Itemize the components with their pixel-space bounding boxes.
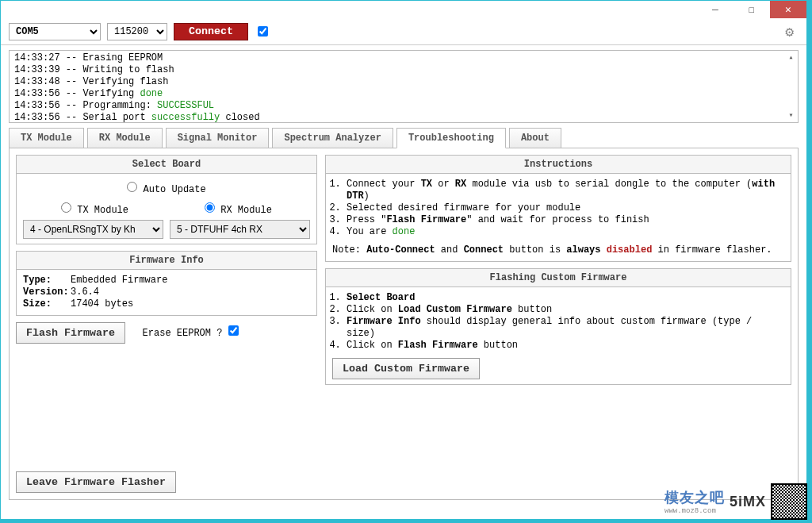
log-area: 14:33:27 -- Erasing EEPROM 14:33:39 -- W… <box>9 50 799 123</box>
port-select[interactable]: COM5 <box>9 23 101 40</box>
erase-eeprom-checkbox[interactable] <box>228 325 239 336</box>
qr-code-icon <box>771 483 807 520</box>
auto-update-radio[interactable]: Auto Update <box>127 184 205 195</box>
tab-tx-module[interactable]: TX Module <box>9 128 84 148</box>
tx-module-radio[interactable]: TX Module <box>61 202 128 217</box>
fw-size-label: Size: <box>23 298 71 310</box>
maximize-button[interactable]: ☐ <box>733 1 770 18</box>
tx-board-select[interactable]: 4 - OpenLRSngTX by Kh <box>23 220 163 239</box>
content-pane: Select Board Auto Update TX Module <box>9 148 799 500</box>
close-button[interactable]: ✕ <box>770 1 806 18</box>
gear-icon[interactable]: ⚙ <box>785 23 794 40</box>
custom-firmware-panel: Flashing Custom Firmware Select Board Cl… <box>325 268 791 385</box>
custom-firmware-title: Flashing Custom Firmware <box>326 269 791 287</box>
instructions-step-3: Press "Flash Firmware" and wait for proc… <box>347 214 784 226</box>
custom-step-2: Click on Load Custom Firmware button <box>347 304 784 316</box>
instructions-step-1: Connect your TX or RX module via usb to … <box>347 179 784 202</box>
fw-type-label: Type: <box>23 275 71 286</box>
flash-row: Flash Firmware Erase EEPROM ? <box>16 322 317 344</box>
toolbar: COM5 115200 Connect ⚙ <box>1 18 806 45</box>
baud-select[interactable]: 115200 <box>107 23 167 40</box>
app-window: — ☐ ✕ COM5 115200 Connect ⚙ 14:33:27 -- … <box>0 0 807 520</box>
custom-step-4: Click on Flash Firmware button <box>347 340 784 352</box>
watermark-brand: 模友之吧 <box>665 488 725 507</box>
auto-connect-checkbox[interactable] <box>258 26 268 37</box>
titlebar: — ☐ ✕ <box>1 1 806 18</box>
select-board-title: Select Board <box>17 156 316 174</box>
rx-board-select[interactable]: 5 - DTFUHF 4ch RX <box>170 220 310 239</box>
flash-firmware-button[interactable]: Flash Firmware <box>16 322 125 344</box>
tab-about[interactable]: About <box>509 128 561 148</box>
tab-bar: TX Module RX Module Signal Monitor Spect… <box>9 128 799 148</box>
fw-size-value: 17404 bytes <box>71 298 133 310</box>
instructions-step-2: Selected desired firmware for your modul… <box>347 202 784 214</box>
tab-rx-module[interactable]: RX Module <box>87 128 163 148</box>
connect-button[interactable]: Connect <box>174 23 248 40</box>
tab-signal-monitor[interactable]: Signal Monitor <box>166 128 270 148</box>
fw-type-value: Embedded Firmware <box>71 275 167 286</box>
fw-version-label: Version: <box>23 286 71 298</box>
watermark: 模友之吧 www.moz8.com 5iMX <box>665 483 807 520</box>
leave-firmware-flasher-button[interactable]: Leave Firmware Flasher <box>16 471 176 493</box>
rx-module-radio[interactable]: RX Module <box>205 202 272 217</box>
scroll-up-icon[interactable]: ▴ <box>785 52 797 63</box>
erase-eeprom-label: Erase EEPROM ? <box>143 328 223 339</box>
tab-troubleshooting[interactable]: Troubleshooting <box>396 128 506 148</box>
scroll-down-icon[interactable]: ▾ <box>785 110 797 121</box>
instructions-step-4: You are done <box>347 226 784 238</box>
custom-step-3: Firmware Info should display general inf… <box>347 316 784 340</box>
instructions-note: Note: Auto-Connect and Connect button is… <box>332 244 784 256</box>
fw-version-value: 3.6.4 <box>71 286 99 298</box>
instructions-panel: Instructions Connect your TX or RX modul… <box>325 155 791 262</box>
instructions-title: Instructions <box>326 156 791 174</box>
watermark-url: www.moz8.com <box>665 507 725 515</box>
firmware-info-panel: Firmware Info Type: Embedded Firmware Ve… <box>16 251 317 316</box>
select-board-panel: Select Board Auto Update TX Module <box>16 155 317 244</box>
watermark-tag: 5iMX <box>730 494 766 510</box>
log-text: 14:33:27 -- Erasing EEPROM 14:33:39 -- W… <box>10 51 798 123</box>
load-custom-firmware-button[interactable]: Load Custom Firmware <box>332 358 480 379</box>
firmware-info-title: Firmware Info <box>17 252 316 270</box>
tab-spectrum-analyzer[interactable]: Spectrum Analyzer <box>272 128 393 148</box>
custom-step-1: Select Board <box>347 292 784 304</box>
minimize-button[interactable]: — <box>697 1 733 18</box>
